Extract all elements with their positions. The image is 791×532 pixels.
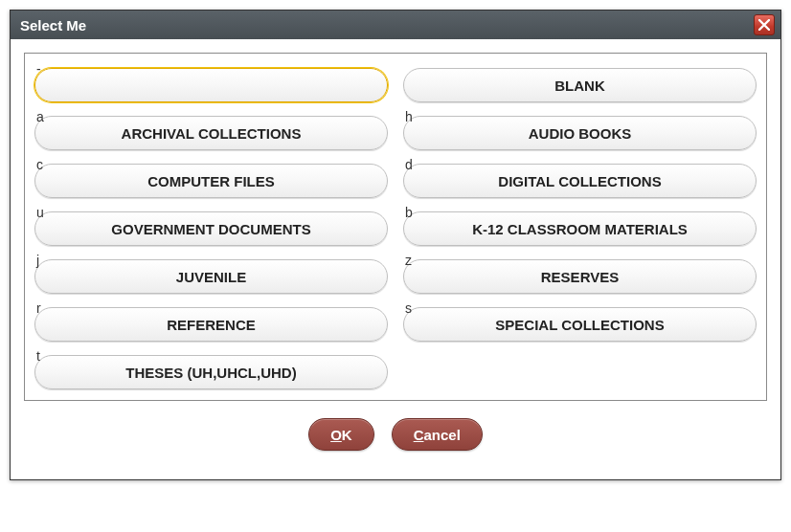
option-button[interactable]: RESERVES [403,259,757,294]
option-label: RESERVES [541,269,619,285]
dialog-title: Select Me [20,17,86,33]
option-cell: uGOVERNMENT DOCUMENTS [34,205,388,247]
option-label: JUVENILE [176,269,246,285]
option-key: u [36,205,44,220]
titlebar: Select Me [11,11,780,39]
options-grid: -BLANKaARCHIVAL COLLECTIONShAUDIO BOOKSc… [34,61,757,390]
option-cell: bK-12 CLASSROOM MATERIALS [403,205,757,247]
option-key: s [405,300,412,316]
dialog-content: -BLANKaARCHIVAL COLLECTIONShAUDIO BOOKSc… [11,39,780,479]
option-label: REFERENCE [167,317,256,333]
option-label: GOVERNMENT DOCUMENTS [111,221,310,237]
option-key: d [405,157,413,172]
option-button[interactable]: GOVERNMENT DOCUMENTS [34,211,388,246]
option-label: K-12 CLASSROOM MATERIALS [472,221,688,237]
option-key: j [36,253,39,268]
option-key: z [405,253,412,268]
option-key: t [36,348,40,364]
option-cell: - [34,61,388,103]
option-cell: zRESERVES [403,253,757,295]
cancel-label-rest: ancel [424,427,461,443]
option-cell: aARCHIVAL COLLECTIONS [34,109,388,151]
option-key: b [405,205,413,220]
option-key: r [36,300,41,316]
ok-label-rest: K [342,427,352,443]
option-button[interactable]: JUVENILE [34,259,388,294]
option-cell: hAUDIO BOOKS [403,109,757,151]
option-button[interactable]: DIGITAL COLLECTIONS [403,164,757,198]
option-button[interactable]: AUDIO BOOKS [403,116,757,150]
option-button[interactable]: COMPUTER FILES [34,164,388,198]
option-cell: sSPECIAL COLLECTIONS [403,300,757,343]
cancel-button[interactable]: Cancel [392,418,483,451]
option-button[interactable]: THESES (UH,UHCL,UHD) [34,355,388,389]
option-key: a [36,109,44,124]
option-key: h [405,109,413,124]
option-label: COMPUTER FILES [147,173,275,189]
dialog-window: Select Me -BLANKaARCHIVAL COLLECTIONShAU… [10,10,781,480]
close-button[interactable] [754,14,775,35]
option-cell: cCOMPUTER FILES [34,157,388,199]
option-button[interactable]: BLANK [403,68,757,102]
option-cell: dDIGITAL COLLECTIONS [403,157,757,199]
option-cell: BLANK [403,61,757,103]
option-button[interactable]: ARCHIVAL COLLECTIONS [34,116,388,150]
ok-button[interactable]: OK [308,418,374,451]
option-label: THESES (UH,UHCL,UHD) [125,365,296,381]
option-label: AUDIO BOOKS [529,125,632,142]
close-icon [758,19,770,31]
option-label: BLANK [554,78,605,94]
option-label: SPECIAL COLLECTIONS [495,317,664,333]
option-button[interactable]: SPECIAL COLLECTIONS [403,307,757,342]
option-button[interactable]: REFERENCE [34,307,388,342]
option-key: - [36,61,41,77]
option-button[interactable] [34,68,388,102]
option-cell: jJUVENILE [34,253,388,295]
button-bar: OK Cancel [24,401,767,466]
cancel-access-key: C [414,427,424,443]
options-panel: -BLANKaARCHIVAL COLLECTIONShAUDIO BOOKSc… [24,53,767,401]
option-key: c [36,157,43,172]
option-label: DIGITAL COLLECTIONS [498,173,661,189]
option-cell: rREFERENCE [34,300,388,343]
option-label: ARCHIVAL COLLECTIONS [122,125,302,142]
option-cell: tTHESES (UH,UHCL,UHD) [34,348,388,390]
option-button[interactable]: K-12 CLASSROOM MATERIALS [403,211,757,246]
ok-access-key: O [330,427,342,443]
